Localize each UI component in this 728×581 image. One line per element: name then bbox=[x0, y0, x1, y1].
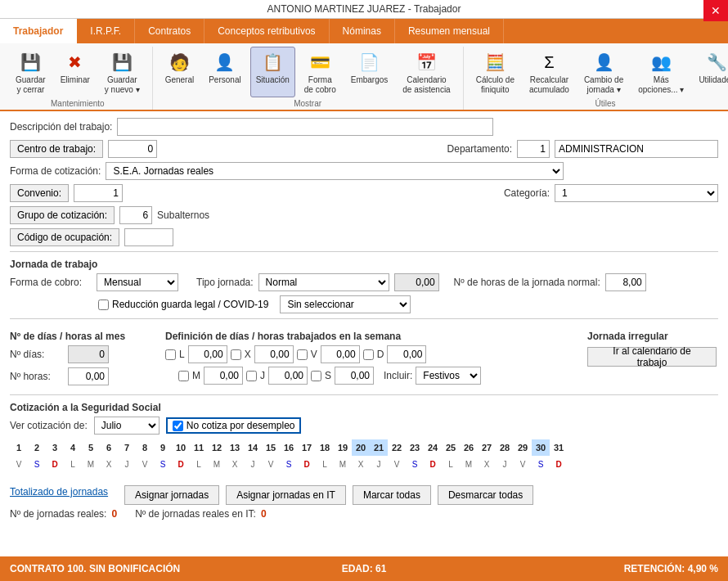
tab-nominas[interactable]: Nóminas bbox=[330, 19, 395, 43]
num-horas-input[interactable] bbox=[68, 367, 109, 385]
input-L[interactable] bbox=[188, 345, 227, 363]
departamento-num-input[interactable] bbox=[517, 140, 550, 158]
ir-calendario-button[interactable]: Ir al calendario de trabajo bbox=[587, 347, 717, 367]
personal-button[interactable]: 👤 Personal bbox=[203, 47, 246, 97]
utilidades-button[interactable]: 🔧 Utilidades bbox=[693, 47, 728, 97]
no-cotiza-checkbox[interactable] bbox=[173, 421, 183, 431]
asignar-jornadas-it-button[interactable]: Asignar jornadas en IT bbox=[226, 485, 346, 505]
convenio-button[interactable]: Convenio: bbox=[10, 184, 69, 202]
reduccion-checkbox[interactable] bbox=[98, 300, 109, 310]
descripcion-input[interactable] bbox=[117, 118, 493, 136]
centro-trabajo-button[interactable]: Centro de trabajo: bbox=[10, 140, 103, 158]
cambio-jornada-button[interactable]: 👤 Cambio dejornada ▾ bbox=[578, 47, 629, 97]
cal-day-25[interactable]: 25 bbox=[442, 439, 460, 456]
forma-cobro-tipo-jornada-row: Forma de cobro: Mensual Tipo jornada: No… bbox=[10, 273, 718, 291]
no-cotiza-container[interactable]: No cotiza por desempleo bbox=[166, 417, 302, 434]
cal-day-2[interactable]: 2 bbox=[28, 439, 46, 456]
reduccion-checkbox-label[interactable]: Reducción guarda legal / COVID-19 bbox=[98, 299, 268, 310]
tab-irpf[interactable]: I.R.P.F. bbox=[77, 19, 135, 43]
cal-day-14[interactable]: 14 bbox=[244, 439, 262, 456]
convenio-input[interactable] bbox=[74, 184, 123, 202]
cal-day-20[interactable]: 20 bbox=[352, 439, 370, 456]
checkbox-V[interactable] bbox=[297, 349, 308, 360]
totalizado-link[interactable]: Totalizado de jornadas bbox=[10, 486, 108, 498]
checkbox-M[interactable] bbox=[178, 371, 189, 381]
cal-day-18[interactable]: 18 bbox=[316, 439, 334, 456]
cal-day-4[interactable]: 4 bbox=[64, 439, 82, 456]
cal-day-27[interactable]: 27 bbox=[478, 439, 496, 456]
cal-day-24[interactable]: 24 bbox=[424, 439, 442, 456]
cal-day-5[interactable]: 5 bbox=[82, 439, 100, 456]
cal-day-3[interactable]: 3 bbox=[46, 439, 64, 456]
cal-day-28[interactable]: 28 bbox=[496, 439, 514, 456]
cal-day-31[interactable]: 31 bbox=[550, 439, 568, 456]
calculo-finiquito-button[interactable]: 🧮 Cálculo definiquito bbox=[470, 47, 520, 97]
cal-day-12[interactable]: 12 bbox=[208, 439, 226, 456]
cal-day-16[interactable]: 16 bbox=[280, 439, 298, 456]
input-V[interactable] bbox=[321, 345, 360, 363]
tipo-jornada-select[interactable]: Normal bbox=[258, 273, 389, 291]
categoria-select[interactable]: 1 bbox=[555, 184, 718, 202]
asignar-jornadas-button[interactable]: Asignar jornadas bbox=[124, 485, 219, 505]
cal-day-30[interactable]: 30 bbox=[532, 439, 550, 456]
mes-select[interactable]: Julio bbox=[94, 417, 160, 435]
centro-trabajo-input[interactable] bbox=[108, 140, 157, 158]
eliminar-button[interactable]: ✖ Eliminar bbox=[55, 47, 96, 97]
status-contrato: CONTRATO 100. SIN BONIFICACIÓN bbox=[10, 563, 246, 574]
cal-day-7[interactable]: 7 bbox=[118, 439, 136, 456]
input-S[interactable] bbox=[335, 367, 374, 385]
forma-cotizacion-select[interactable]: S.E.A. Jornadas reales bbox=[106, 162, 564, 180]
situacion-button[interactable]: 📋 Situación bbox=[250, 47, 295, 97]
cal-day-8[interactable]: 8 bbox=[136, 439, 154, 456]
cal-day-13[interactable]: 13 bbox=[226, 439, 244, 456]
desmarcar-todas-button[interactable]: Desmarcar todas bbox=[438, 485, 533, 505]
tab-resumen[interactable]: Resumen mensual bbox=[395, 19, 504, 43]
checkbox-L[interactable] bbox=[165, 349, 176, 360]
close-button[interactable]: ✕ bbox=[703, 0, 728, 21]
cal-day-10[interactable]: 10 bbox=[172, 439, 190, 456]
checkbox-J[interactable] bbox=[246, 371, 257, 381]
incluir-select[interactable]: Festivos bbox=[416, 367, 481, 385]
checkbox-X[interactable] bbox=[231, 349, 241, 360]
guardar-nuevo-button[interactable]: 💾 Guardary nuevo ▾ bbox=[99, 47, 146, 97]
checkbox-D[interactable] bbox=[363, 349, 374, 360]
codigo-ocupacion-button[interactable]: Código de ocupación: bbox=[10, 228, 119, 246]
input-M[interactable] bbox=[204, 367, 243, 385]
tab-trabajador[interactable]: Trabajador bbox=[0, 19, 77, 43]
codigo-ocupacion-input[interactable] bbox=[124, 228, 173, 246]
calendario-button[interactable]: 📅 Calendariode asistencia bbox=[397, 47, 456, 97]
cal-day-15[interactable]: 15 bbox=[262, 439, 280, 456]
checkbox-S[interactable] bbox=[311, 371, 321, 381]
horas-input[interactable] bbox=[394, 273, 439, 291]
cal-day-9[interactable]: 9 bbox=[154, 439, 172, 456]
tab-conceptos[interactable]: Conceptos retributivos bbox=[204, 19, 329, 43]
cal-day-1[interactable]: 1 bbox=[10, 439, 28, 456]
general-button[interactable]: 🧑 General bbox=[160, 47, 200, 97]
cal-day-6[interactable]: 6 bbox=[100, 439, 118, 456]
marcar-todas-button[interactable]: Marcar todas bbox=[353, 485, 431, 505]
horas-jornada-input[interactable] bbox=[605, 273, 646, 291]
mas-opciones-button[interactable]: 👥 Másopciones... ▾ bbox=[632, 47, 690, 97]
cal-day-29[interactable]: 29 bbox=[514, 439, 532, 456]
input-D[interactable] bbox=[387, 345, 426, 363]
departamento-name-input[interactable] bbox=[555, 140, 718, 158]
grupo-cotizacion-input[interactable] bbox=[119, 206, 152, 224]
cal-day-11[interactable]: 11 bbox=[190, 439, 208, 456]
num-dias-input[interactable] bbox=[68, 345, 109, 363]
cal-day-23[interactable]: 23 bbox=[406, 439, 424, 456]
cal-day-26[interactable]: 26 bbox=[460, 439, 478, 456]
grupo-cotizacion-button[interactable]: Grupo de cotización: bbox=[10, 206, 115, 224]
cal-day-21[interactable]: 21 bbox=[370, 439, 388, 456]
forma-cobro-select[interactable]: Mensual bbox=[97, 273, 178, 291]
cal-day-22[interactable]: 22 bbox=[388, 439, 406, 456]
forma-cobro-button[interactable]: 💳 Formade cobro bbox=[299, 47, 342, 97]
cal-day-19[interactable]: 19 bbox=[334, 439, 352, 456]
guardar-cerrar-button[interactable]: 💾 Guardary cerrar bbox=[10, 47, 52, 97]
input-X[interactable] bbox=[254, 345, 294, 363]
tab-contratos[interactable]: Contratos bbox=[135, 19, 204, 43]
embargos-button[interactable]: 📄 Embargos bbox=[345, 47, 394, 97]
input-J[interactable] bbox=[268, 367, 308, 385]
reduccion-select[interactable]: Sin seleccionar bbox=[280, 295, 411, 313]
cal-day-17[interactable]: 17 bbox=[298, 439, 316, 456]
recalcular-button[interactable]: Σ Recalcularacumulado bbox=[524, 47, 575, 97]
